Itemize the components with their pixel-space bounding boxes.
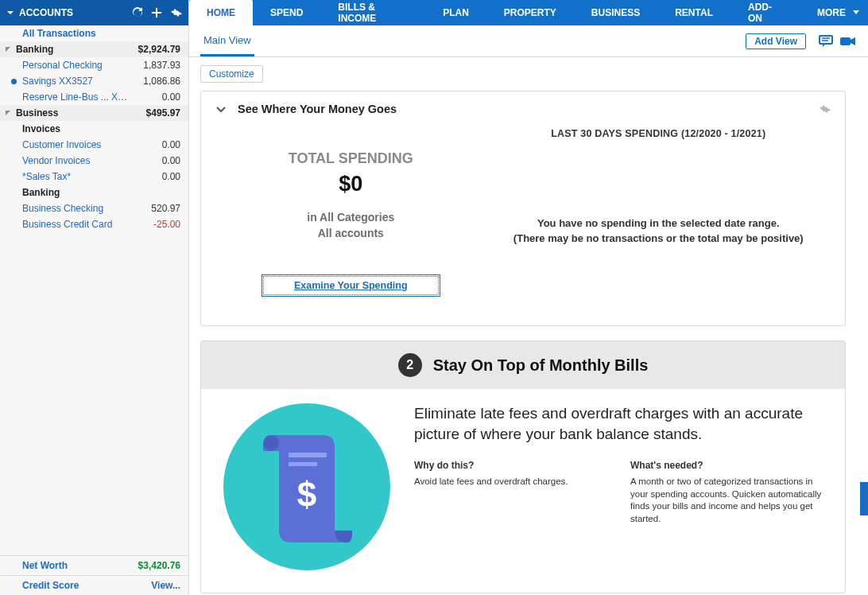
- why-heading: Why do this?: [414, 460, 606, 471]
- sidebar-header: ACCOUNTS: [0, 0, 188, 25]
- svg-rect-5: [289, 453, 327, 457]
- tab-business[interactable]: BUSINESS: [574, 0, 657, 25]
- sidebar-title: ACCOUNTS: [19, 7, 73, 18]
- total-spending-amount: $0: [215, 172, 486, 196]
- spending-categories-text: in All Categories: [215, 211, 486, 224]
- credit-score-row[interactable]: Credit Score View...: [0, 575, 188, 595]
- bills-card-header: 2 Stay On Top of Monthly Bills: [201, 341, 845, 389]
- sidebar-group-banking[interactable]: Banking $2,924.79: [0, 41, 188, 57]
- svg-point-4: [263, 435, 279, 451]
- account-row[interactable]: Business Checking 520.97: [0, 200, 188, 216]
- chat-icon[interactable]: [819, 34, 835, 49]
- sidebar: ACCOUNTS All Transactions Banking: [0, 0, 189, 595]
- sidebar-subheader-invoices: Invoices: [0, 121, 188, 137]
- main-area: HOME SPEND BILLS & INCOME PLAN PROPERTY …: [189, 0, 868, 595]
- account-row[interactable]: Reserve Line-Bus ... XX1309 0.00: [0, 89, 188, 105]
- total-spending-label: TOTAL SPENDING: [215, 150, 486, 167]
- toolbar: Customize: [189, 57, 868, 83]
- no-spending-msg-2: (There may be no transactions or the tot…: [486, 232, 831, 244]
- account-row[interactable]: Savings XX3527 1,086.86: [0, 73, 188, 89]
- no-spending-msg-1: You have no spending in the selected dat…: [486, 217, 831, 229]
- content-area: See Where Your Money Goes TOTAL SPENDING…: [189, 83, 868, 595]
- account-row[interactable]: Customer Invoices 0.00: [0, 137, 188, 153]
- svg-rect-0: [820, 36, 832, 44]
- bills-card-title: Stay On Top of Monthly Bills: [433, 356, 649, 375]
- refresh-icon[interactable]: [131, 6, 144, 19]
- card-settings-icon[interactable]: [818, 103, 831, 115]
- sidebar-group-business[interactable]: Business $495.97: [0, 105, 188, 121]
- spending-accounts-text: All accounts: [215, 227, 486, 239]
- spending-card-title: See Where Your Money Goes: [238, 103, 397, 115]
- sidebar-subheader-banking: Banking: [0, 185, 188, 200]
- need-text: A month or two of categorized transactio…: [630, 476, 823, 525]
- sidebar-account-list: All Transactions Banking $2,924.79 Perso…: [0, 25, 188, 555]
- examine-spending-button[interactable]: Examine Your Spending: [262, 274, 440, 297]
- svg-rect-3: [840, 37, 851, 45]
- svg-text:$: $: [297, 475, 316, 514]
- tab-property[interactable]: PROPERTY: [486, 0, 574, 25]
- account-row[interactable]: Business Credit Card -25.00: [0, 216, 188, 232]
- tab-home[interactable]: HOME: [189, 0, 253, 25]
- svg-rect-6: [289, 462, 317, 466]
- chevron-down-icon: [852, 10, 860, 16]
- tab-rental[interactable]: RENTAL: [657, 0, 730, 25]
- sidebar-footer: Net Worth $3,420.76 Credit Score View...: [0, 555, 188, 595]
- spending-card: See Where Your Money Goes TOTAL SPENDING…: [200, 91, 846, 326]
- sidebar-all-transactions[interactable]: All Transactions: [0, 25, 188, 41]
- tab-plan[interactable]: PLAN: [425, 0, 486, 25]
- main-tabs: HOME SPEND BILLS & INCOME PLAN PROPERTY …: [189, 0, 868, 25]
- update-dot-icon: [11, 79, 17, 84]
- account-row[interactable]: Personal Checking 1,837.93: [0, 57, 188, 73]
- net-worth-row[interactable]: Net Worth $3,420.76: [0, 556, 188, 575]
- add-view-button[interactable]: Add View: [746, 33, 806, 49]
- collapse-icon: [5, 46, 11, 52]
- tab-more[interactable]: MORE: [800, 0, 868, 25]
- bill-illustration-icon: $: [223, 403, 390, 570]
- need-heading: What's needed?: [630, 460, 823, 471]
- tab-addon[interactable]: ADD-ON: [730, 0, 800, 25]
- tab-bills-income[interactable]: BILLS & INCOME: [320, 0, 425, 25]
- settings-icon[interactable]: [169, 6, 182, 19]
- tab-spend[interactable]: SPEND: [253, 0, 320, 25]
- account-row[interactable]: Vendor Invoices 0.00: [0, 153, 188, 169]
- spending-range-text: LAST 30 DAYS SPENDING (12/2020 - 1/2021): [486, 128, 831, 139]
- why-text: Avoid late fees and overdraft charges.: [414, 476, 606, 488]
- chevron-down-icon[interactable]: [6, 9, 14, 17]
- bills-card: 2 Stay On Top of Monthly Bills $: [200, 340, 846, 593]
- video-icon[interactable]: [839, 35, 857, 48]
- scrollbar-thumb[interactable]: [860, 482, 868, 515]
- subtab-main-view[interactable]: Main View: [200, 26, 254, 56]
- step-number-badge: 2: [398, 353, 422, 377]
- sub-tab-bar: Main View Add View: [189, 25, 868, 57]
- collapse-icon: [5, 110, 11, 116]
- bills-lead-text: Eliminate late fees and overdraft charge…: [414, 403, 823, 444]
- collapse-card-icon[interactable]: [215, 103, 227, 115]
- account-row[interactable]: *Sales Tax* 0.00: [0, 169, 188, 185]
- add-account-icon[interactable]: [150, 6, 163, 19]
- customize-button[interactable]: Customize: [200, 65, 263, 83]
